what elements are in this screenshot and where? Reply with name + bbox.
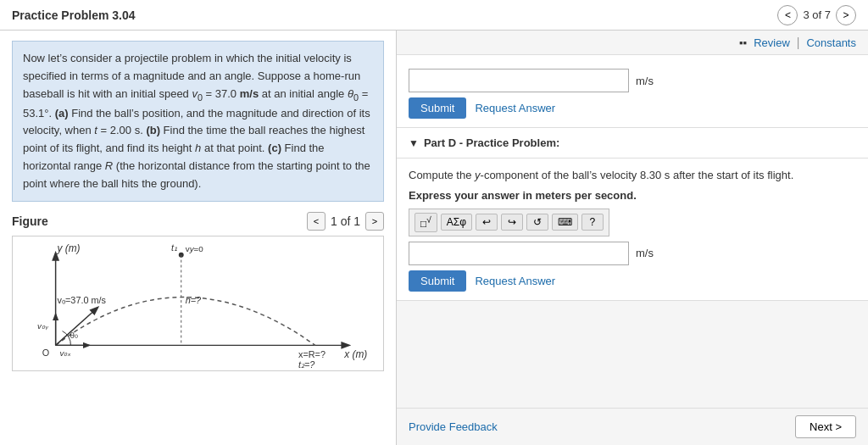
figure-diagram: y (m) x (m) v₀=37.0 m/s v₀ₓ v₀ᵧ θ₀ <box>13 236 383 370</box>
constants-link[interactable]: Constants <box>806 36 856 49</box>
part-d-request-link[interactable]: Request Answer <box>475 275 555 287</box>
symbol-icon: ΑΣφ <box>447 216 466 228</box>
part-c-btn-row: Submit Request Answer <box>409 97 856 119</box>
feedback-link[interactable]: Provide Feedback <box>409 420 498 433</box>
svg-text:v₀=37.0 m/s: v₀=37.0 m/s <box>58 295 107 305</box>
main-container: Now let’s consider a projectile problem … <box>0 31 868 445</box>
toolbar-redo-btn[interactable]: ↪ <box>501 214 523 231</box>
right-scroll: m/s Submit Request Answer ▼ Part D - Pra… <box>397 55 868 445</box>
book-icon: ▪▪ <box>739 36 747 49</box>
part-c-request-link[interactable]: Request Answer <box>475 102 555 114</box>
reset-icon: ↺ <box>533 216 542 228</box>
svg-text:v₀ₓ: v₀ₓ <box>60 349 72 359</box>
toolbar-keyboard-btn[interactable]: ⌨ <box>552 214 578 231</box>
svg-text:x=R=?: x=R=? <box>298 350 326 360</box>
part-c-submit-btn[interactable]: Submit <box>409 97 466 119</box>
toolbar-reset-btn[interactable]: ↺ <box>526 214 548 231</box>
part-d-btn-row: Submit Request Answer <box>409 270 856 292</box>
part-d-question: Compute the y-component of the ball’s ve… <box>409 167 856 184</box>
right-panel: ▪▪ Review | Constants m/s Submit Request… <box>397 31 868 445</box>
figure-header: Figure < 1 of 1 > <box>12 212 384 231</box>
part-d-unit: m/s <box>636 247 654 259</box>
part-d-input[interactable] <box>409 242 629 265</box>
nav-count: 3 of 7 <box>803 8 831 21</box>
math-toolbar: □√ ΑΣφ ↩ ↪ ↺ ⌨ <box>409 209 609 236</box>
figure-prev-btn[interactable]: < <box>307 212 326 231</box>
toolbar-undo-btn[interactable]: ↩ <box>476 214 498 231</box>
part-d-body: Compute the y-component of the ball’s ve… <box>397 159 868 301</box>
part-c-unit: m/s <box>636 75 654 87</box>
figure-title: Figure <box>12 214 48 228</box>
part-d-label: Part D - Practice Problem: <box>424 136 559 149</box>
toolbar-help-btn[interactable]: ? <box>581 214 604 231</box>
toolbar-symbol-btn[interactable]: ΑΣφ <box>441 214 472 231</box>
navigation-controls: < 3 of 7 > <box>777 5 856 25</box>
svg-text:h=?: h=? <box>186 295 201 305</box>
svg-text:v₀ᵧ: v₀ᵧ <box>37 321 49 331</box>
svg-text:y (m): y (m) <box>57 242 81 254</box>
part-d-header[interactable]: ▼ Part D - Practice Problem: <box>397 128 868 159</box>
keyboard-icon: ⌨ <box>558 216 572 228</box>
top-links: ▪▪ Review | Constants <box>397 31 868 55</box>
redo-icon: ↪ <box>508 216 516 228</box>
figure-section: Figure < 1 of 1 > <box>12 212 384 371</box>
figure-box: y (m) x (m) v₀=37.0 m/s v₀ₓ v₀ᵧ θ₀ <box>12 236 384 371</box>
part-c-input-row: m/s <box>409 69 856 92</box>
prev-button[interactable]: < <box>777 5 798 25</box>
svg-text:t₂=?: t₂=? <box>298 360 314 370</box>
bottom-bar: Provide Feedback Next > <box>397 408 868 445</box>
square-root-icon: □√ <box>420 215 431 230</box>
svg-text:t₁: t₁ <box>171 242 177 253</box>
part-d-submit-btn[interactable]: Submit <box>409 270 466 292</box>
figure-next-btn[interactable]: > <box>365 212 384 231</box>
svg-text:θ₀: θ₀ <box>70 331 77 341</box>
svg-text:x (m): x (m) <box>343 349 367 361</box>
next-button-top[interactable]: > <box>836 5 856 25</box>
help-icon: ? <box>590 216 596 228</box>
part-d-toggle-icon: ▼ <box>409 137 419 149</box>
left-panel: Now let’s consider a projectile problem … <box>0 31 397 445</box>
top-bar: Practice Problem 3.04 < 3 of 7 > <box>0 0 868 31</box>
svg-text:O: O <box>42 348 49 359</box>
next-button-bottom[interactable]: Next > <box>795 415 856 438</box>
part-c-section: m/s Submit Request Answer <box>397 55 868 128</box>
page-title: Practice Problem 3.04 <box>12 8 136 22</box>
part-d-express-label: Express your answer in meters per second… <box>409 189 856 202</box>
svg-text:vy=0: vy=0 <box>186 244 204 253</box>
review-link[interactable]: Review <box>754 36 790 49</box>
undo-icon: ↩ <box>482 216 491 228</box>
figure-nav: < 1 of 1 > <box>307 212 384 231</box>
part-d-input-row: m/s <box>409 242 856 265</box>
problem-text: Now let’s consider a projectile problem … <box>12 41 384 202</box>
figure-page: 1 of 1 <box>331 214 360 228</box>
toolbar-square-root-btn[interactable]: □√ <box>415 213 437 232</box>
part-c-input[interactable] <box>409 69 629 92</box>
